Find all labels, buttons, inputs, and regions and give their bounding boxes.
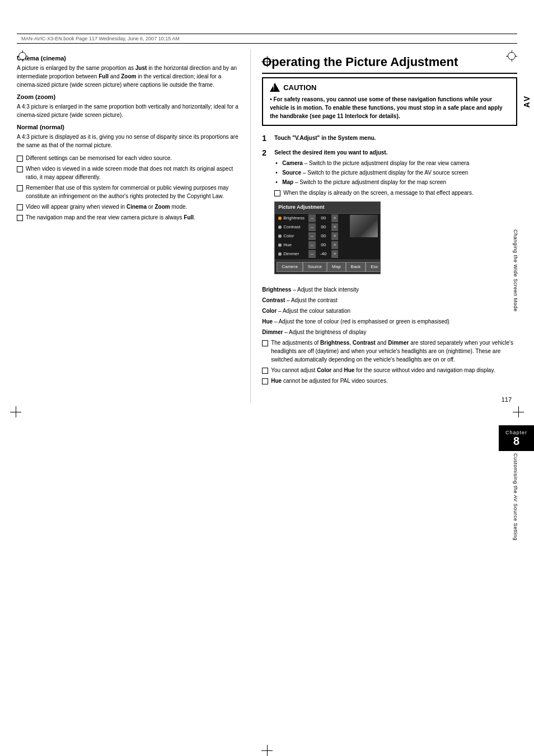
step-1: 1 Touch "V.Adjust" in the System menu. <box>262 134 517 143</box>
desc-brightness: Brightness – Adjust the black intensity <box>262 285 517 294</box>
pa-row-hue: Hue – 00 + <box>275 241 348 250</box>
caution-box: CAUTION • For safety reasons, you cannot… <box>262 77 517 126</box>
step-1-number: 1 <box>262 134 271 143</box>
picture-adjustment-screenshot: Picture Adjustment Brightness – 00 + <box>274 201 381 274</box>
step-2-sub-bullets: Camera – Switch to the picture adjustmen… <box>274 159 517 186</box>
side-tab-customising: Customising the AV Source Setting <box>513 453 518 541</box>
cinema-body: A picture is enlarged by the same propor… <box>17 64 239 89</box>
normal-title: Normal (normal) <box>17 124 239 130</box>
list-item: Video will appear grainy when viewed in … <box>17 203 239 211</box>
normal-body: A 4:3 picture is displayed as it is, giv… <box>17 133 239 149</box>
pa-camera-btn[interactable]: Camera <box>277 262 302 272</box>
side-tab-changing: Changing the Wide Screen Mode <box>513 229 518 312</box>
list-item: When video is viewed in a wide screen mo… <box>17 165 239 181</box>
pa-buttons: Camera Source Map Back Esc <box>275 260 380 274</box>
desc-color: Color – Adjust the colour saturation <box>262 307 517 315</box>
pa-row-brightness: Brightness – 00 + <box>275 214 348 223</box>
av-label: AV <box>522 95 531 107</box>
pa-title: Picture Adjustment <box>275 202 380 214</box>
list-item: When the display is already on the scree… <box>274 189 517 197</box>
list-item: Different settings can be memorised for … <box>17 154 239 162</box>
step-2-number: 2 <box>262 148 271 280</box>
chapter-box: Chapter 8 <box>499 425 534 451</box>
right-notes-list: The adjustments of Brightness, Contrast … <box>262 339 517 385</box>
right-column: Operating the Picture Adjustment CAUTION… <box>250 49 517 403</box>
crosshair-top-mid <box>261 56 273 67</box>
header-bar: MAN-AVIC-X3-EN.book Page 117 Wednesday, … <box>17 34 517 44</box>
zoom-title: Zoom (zoom) <box>17 93 239 100</box>
list-item: You cannot adjust Color and Hue for the … <box>262 366 517 374</box>
caution-header: CAUTION <box>270 83 509 92</box>
pa-back-btn[interactable]: Back <box>346 262 366 272</box>
chapter-heading: Operating the Picture Adjustment <box>262 55 517 74</box>
list-item: Remember that use of this system for com… <box>17 184 239 200</box>
crosshair-right-mid <box>513 406 524 417</box>
circle-tl <box>18 52 26 60</box>
page-container: MAN-AVIC-X3-EN.book Page 117 Wednesday, … <box>0 34 534 756</box>
step-1-content: Touch "V.Adjust" in the System menu. <box>274 134 517 143</box>
pa-row-dimmer: Dimmer – -40 + <box>275 250 348 259</box>
pa-row-contrast: Contrast – 00 + <box>275 223 348 232</box>
step-2-notes: When the display is already on the scree… <box>274 189 517 197</box>
caution-text: • For safety reasons, you cannot use som… <box>270 95 509 120</box>
pa-map-btn[interactable]: Map <box>327 262 346 272</box>
zoom-body: A 4:3 picture is enlarged in the same pr… <box>17 102 239 119</box>
cinema-title: Cinema (cinema) <box>17 55 239 62</box>
desc-contrast: Contrast – Adjust the contrast <box>262 296 517 304</box>
step-2-content: Select the desired item you want to adju… <box>274 148 517 280</box>
list-item: Camera – Switch to the picture adjustmen… <box>274 159 517 167</box>
caution-label: CAUTION <box>283 83 316 92</box>
pa-source-btn[interactable]: Source <box>303 262 327 272</box>
left-column: Cinema (cinema) A picture is enlarged by… <box>17 49 250 403</box>
crosshair-bottom-mid <box>261 745 273 756</box>
file-info-text: MAN-AVIC-X3-EN.book Page 117 Wednesday, … <box>21 36 180 41</box>
pa-row-color: Color – 00 + <box>275 232 348 241</box>
list-item: Source – Switch to the picture adjustmen… <box>274 168 517 177</box>
pa-preview <box>350 215 378 237</box>
chapter-number: 8 <box>505 435 527 447</box>
step-2: 2 Select the desired item you want to ad… <box>262 148 517 280</box>
page-number: 117 <box>262 396 517 403</box>
list-item: Map – Switch to the picture adjustment d… <box>274 178 517 186</box>
desc-dimmer: Dimmer – Adjust the brightness of displa… <box>262 328 517 336</box>
caution-triangle-icon <box>270 83 280 92</box>
list-item: Hue cannot be adjusted for PAL video sou… <box>262 377 517 385</box>
desc-hue: Hue – Adjust the tone of colour (red is … <box>262 317 517 326</box>
list-item: The navigation map and the rear view cam… <box>17 213 239 222</box>
left-bullet-list: Different settings can be memorised for … <box>17 154 239 222</box>
crosshair-left-mid <box>10 406 21 417</box>
pa-esc-btn[interactable]: Esc <box>366 262 381 272</box>
circle-tr <box>508 52 516 60</box>
list-item: The adjustments of Brightness, Contrast … <box>262 339 517 364</box>
main-content: Cinema (cinema) A picture is enlarged by… <box>17 44 517 403</box>
